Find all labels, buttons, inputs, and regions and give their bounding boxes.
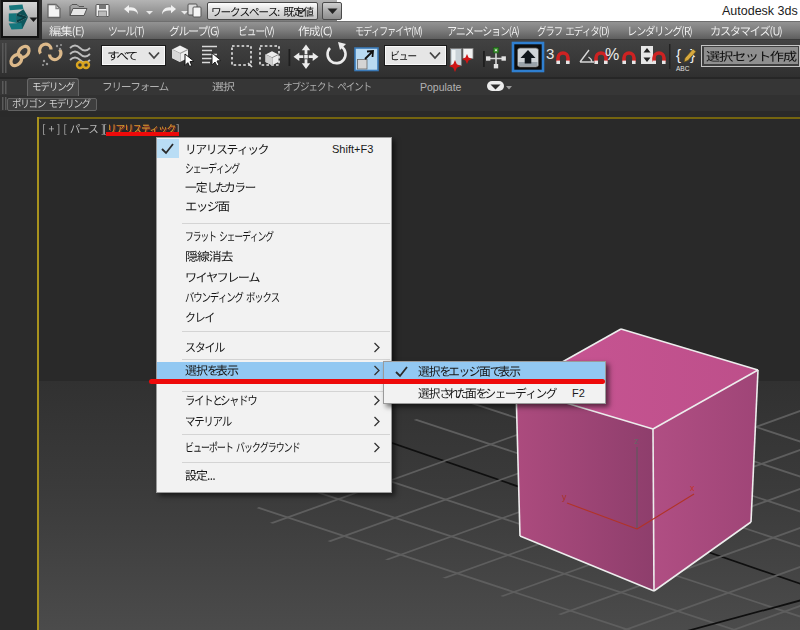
svg-text:x: x bbox=[690, 483, 695, 493]
svg-text:y: y bbox=[562, 492, 567, 502]
svg-text:z: z bbox=[634, 436, 639, 446]
svg-text:%: % bbox=[605, 46, 619, 63]
svg-text:ABC: ABC bbox=[676, 65, 690, 72]
svg-text:{: { bbox=[676, 46, 681, 63]
svg-text:3: 3 bbox=[546, 45, 554, 62]
